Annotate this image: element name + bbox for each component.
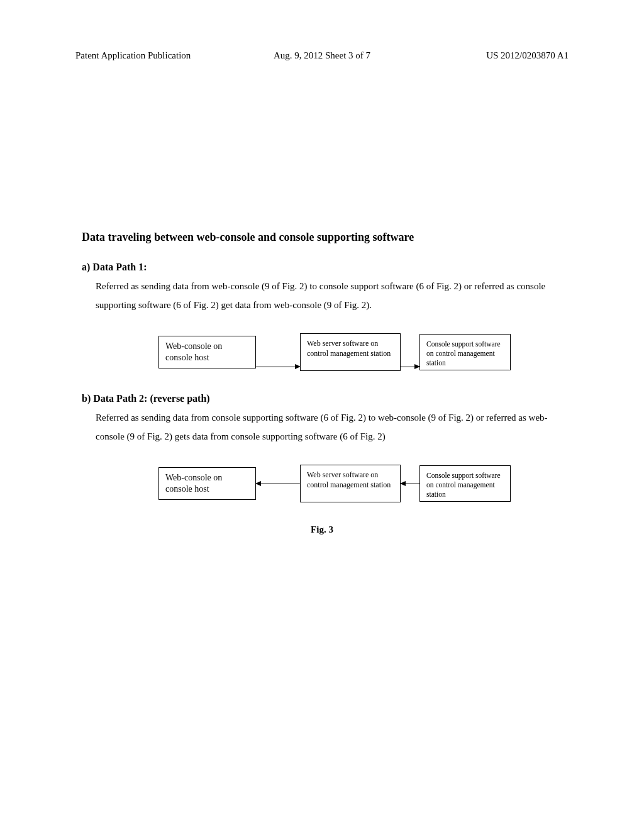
section-a-body: Referred as sending data from web-consol… xyxy=(96,277,569,314)
arrow-left-2 xyxy=(401,467,419,501)
box-web-server-1: Web server software on control managemen… xyxy=(300,333,401,371)
box-web-console-1: Web-console on console host xyxy=(158,336,256,368)
section-data-path-1: a) Data Path 1: Referred as sending data… xyxy=(82,262,569,314)
section-b-heading: b) Data Path 2: (reverse path) xyxy=(82,393,569,404)
section-b-body: Referred as sending data from console su… xyxy=(96,408,569,446)
section-a-heading: a) Data Path 1: xyxy=(82,262,569,273)
box-console-support-1: Console support software on control mana… xyxy=(419,334,511,370)
section-data-path-2: b) Data Path 2: (reverse path) Referred … xyxy=(82,393,569,446)
diagram-data-path-2: Web-console on console host Web server s… xyxy=(101,465,569,502)
arrow-left-1 xyxy=(256,467,300,501)
arrow-right-1 xyxy=(256,335,300,370)
patent-page: Patent Application Publication Aug. 9, 2… xyxy=(0,0,644,830)
diagram-data-path-1: Web-console on console host Web server s… xyxy=(101,333,569,371)
header-date-sheet: Aug. 9, 2012 Sheet 3 of 7 xyxy=(240,50,404,61)
page-title: Data traveling between web-console and c… xyxy=(82,231,569,244)
header-publication: Patent Application Publication xyxy=(75,50,240,61)
header-patent-number: US 2012/0203870 A1 xyxy=(404,50,569,61)
box-console-support-2: Console support software on control mana… xyxy=(419,465,511,502)
box-web-server-2: Web server software on control managemen… xyxy=(300,465,401,502)
figure-caption: Fig. 3 xyxy=(75,524,569,535)
page-header: Patent Application Publication Aug. 9, 2… xyxy=(75,50,569,61)
arrow-right-2 xyxy=(401,335,419,370)
box-web-console-2: Web-console on console host xyxy=(158,467,256,500)
